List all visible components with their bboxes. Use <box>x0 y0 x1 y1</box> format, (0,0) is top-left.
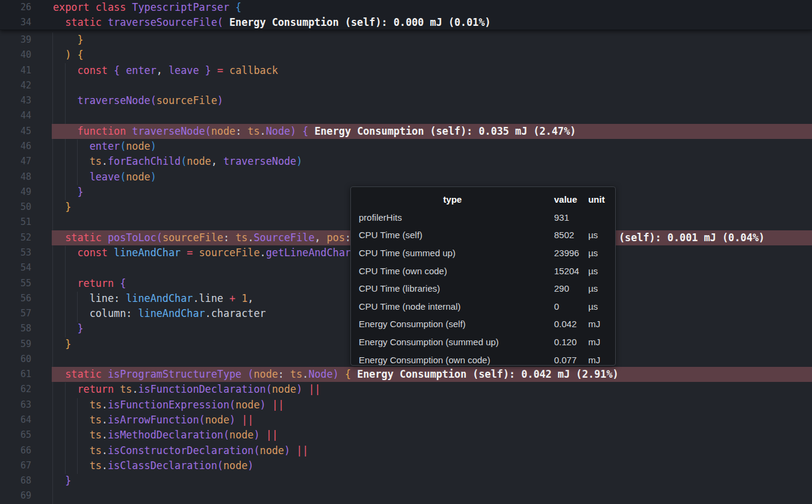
line-number[interactable]: 51 <box>0 215 31 230</box>
code-token: } <box>77 34 83 46</box>
line-number[interactable]: 66 <box>0 443 31 458</box>
code-token <box>53 307 90 319</box>
line-number[interactable]: 39 <box>0 32 31 48</box>
code-token: SourceFile <box>253 232 314 244</box>
code-token: , <box>157 64 169 76</box>
code-text: line: lineAndChar.line + 1, <box>31 291 253 306</box>
code-line-42[interactable]: 42 <box>0 78 812 93</box>
code-token: isFunctionExpression <box>108 399 229 411</box>
code-line-48[interactable]: 48 leave(node) <box>0 170 812 185</box>
code-token: leave <box>90 171 120 183</box>
code-token <box>53 399 90 411</box>
code-line-26[interactable]: 26export class TypescriptParser { <box>0 0 812 15</box>
line-number[interactable]: 53 <box>0 245 31 260</box>
code-line-40[interactable]: 40 ) { <box>0 48 812 63</box>
code-line-68[interactable]: 68 } <box>0 473 812 488</box>
code-line-62[interactable]: 62 return ts.isFunctionDeclaration(node)… <box>0 382 812 397</box>
tooltip-cell-value: 0.120 <box>554 337 588 347</box>
code-text: const lineAndChar = sourceFile.getLineAn… <box>31 245 351 260</box>
line-number[interactable]: 61 <box>0 367 31 382</box>
line-number[interactable]: 41 <box>0 63 31 78</box>
code-token: Node <box>308 368 332 380</box>
line-number[interactable]: 52 <box>0 230 31 245</box>
code-token: . <box>102 459 108 472</box>
code-token <box>53 459 90 472</box>
line-number[interactable]: 68 <box>0 473 31 488</box>
code-line-67[interactable]: 67 ts.isClassDeclaration(node) <box>0 458 812 473</box>
code-text: ts.isMethodDeclaration(node) || <box>31 428 278 443</box>
code-text: enter(node) <box>31 139 157 154</box>
line-number[interactable]: 63 <box>0 398 31 413</box>
code-token: + <box>229 292 235 304</box>
line-number[interactable]: 43 <box>0 93 31 108</box>
line-number[interactable]: 64 <box>0 413 31 428</box>
line-number[interactable]: 62 <box>0 382 31 397</box>
line-number[interactable]: 48 <box>0 170 31 185</box>
line-number[interactable]: 69 <box>0 488 31 503</box>
line-number[interactable]: 45 <box>0 124 31 139</box>
line-number[interactable]: 65 <box>0 428 31 443</box>
code-token: , <box>211 155 223 167</box>
code-line-43[interactable]: 43 traverseNode(sourceFile) <box>0 93 812 108</box>
code-token: ts <box>235 232 247 244</box>
code-line-39[interactable]: 39 } <box>0 32 812 48</box>
code-token: return <box>77 277 120 289</box>
line-number[interactable]: 50 <box>0 200 31 215</box>
code-line-66[interactable]: 66 ts.isConstructorDeclaration(node) || <box>0 443 812 458</box>
line-number[interactable]: 59 <box>0 337 31 352</box>
code-token: = <box>217 64 223 76</box>
code-token: . <box>260 125 266 137</box>
code-token: } <box>65 201 71 213</box>
code-token: 1 <box>241 292 247 304</box>
energy-annotation: Energy Consumption (self): 0.000 mJ (0.0… <box>223 16 491 28</box>
code-line-65[interactable]: 65 ts.isMethodDeclaration(node) || <box>0 428 812 443</box>
code-token: ts <box>247 125 259 137</box>
code-line-63[interactable]: 63 ts.isFunctionExpression(node) || <box>0 398 812 413</box>
line-number[interactable]: 60 <box>0 352 31 367</box>
tooltip-row: CPU Time (summed up)23996µs <box>351 244 615 262</box>
line-number[interactable]: 55 <box>0 276 31 291</box>
code-line-44[interactable]: 44 <box>0 108 812 123</box>
line-number[interactable]: 57 <box>0 306 31 321</box>
sticky-scroll-header[interactable]: 26export class TypescriptParser {34 stat… <box>0 0 812 30</box>
code-text: } <box>31 32 84 48</box>
code-token <box>53 201 65 213</box>
code-token: = <box>187 247 193 259</box>
line-number[interactable]: 49 <box>0 185 31 200</box>
code-line-45[interactable]: 45 function traverseNode(node: ts.Node) … <box>0 124 812 139</box>
code-line-69[interactable]: 69 <box>0 488 812 503</box>
line-number[interactable]: 47 <box>0 154 31 169</box>
code-token <box>53 94 77 106</box>
line-number[interactable]: 67 <box>0 458 31 473</box>
code-token: ) { <box>290 125 308 137</box>
code-token: ts <box>90 429 102 441</box>
code-line-41[interactable]: 41 const { enter, leave } = callback <box>0 63 812 78</box>
line-number[interactable]: 42 <box>0 78 31 93</box>
tooltip-row: CPU Time (node internal)0µs <box>351 298 615 316</box>
code-line-64[interactable]: 64 ts.isArrowFunction(node) || <box>0 413 812 428</box>
code-line-34[interactable]: 34 static traverseSourceFile(Energy Cons… <box>0 15 812 30</box>
tooltip-cell-value: 0 <box>554 301 588 312</box>
tooltip-cell-value: 0.077 <box>554 355 588 365</box>
code-token <box>290 444 296 456</box>
line-number[interactable]: 46 <box>0 139 31 154</box>
profiler-tooltip: type value unit profilerHits931CPU Time … <box>350 186 616 366</box>
line-number[interactable]: 56 <box>0 291 31 306</box>
line-number[interactable]: 34 <box>0 15 31 30</box>
code-line-61[interactable]: 61 static isProgramStructureType (node: … <box>0 367 812 382</box>
line-number[interactable]: 44 <box>0 108 31 123</box>
tooltip-cell-value: 8502 <box>554 230 588 240</box>
code-token: ( <box>217 459 223 472</box>
code-token: || <box>296 444 308 456</box>
line-number[interactable]: 54 <box>0 260 31 275</box>
code-token: ( <box>266 383 272 395</box>
line-number[interactable]: 40 <box>0 48 31 63</box>
code-line-47[interactable]: 47 ts.forEachChild(node, traverseNode) <box>0 154 812 169</box>
code-token: ts <box>90 414 102 426</box>
code-token <box>235 414 241 426</box>
code-token: , <box>247 292 253 304</box>
code-token: node <box>187 155 211 167</box>
line-number[interactable]: 58 <box>0 321 31 336</box>
line-number[interactable]: 26 <box>0 0 31 15</box>
code-line-46[interactable]: 46 enter(node) <box>0 139 812 154</box>
